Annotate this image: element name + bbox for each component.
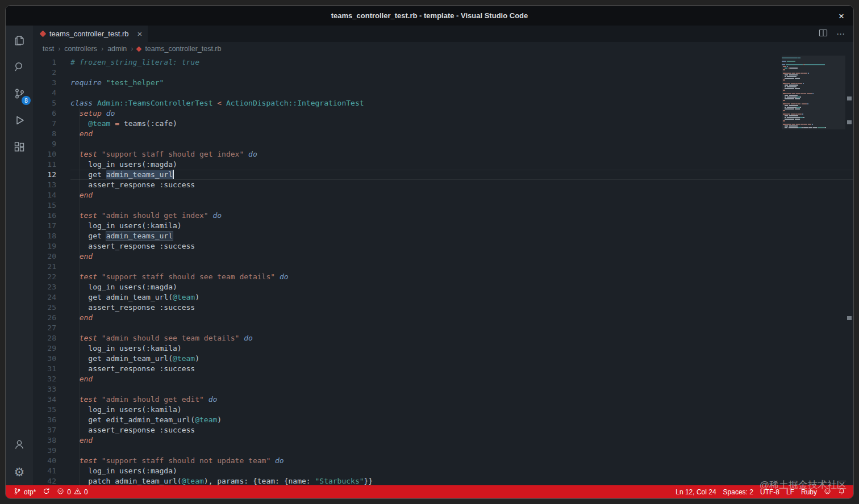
code-line[interactable]: class Admin::TeamsControllerTest < Actio…: [70, 98, 853, 108]
window-close-button[interactable]: ×: [839, 11, 844, 20]
branch-indicator[interactable]: otp*: [10, 485, 39, 498]
breadcrumb-item[interactable]: teams_controller_test.rb: [145, 45, 221, 53]
breadcrumb-item[interactable]: admin: [107, 45, 127, 53]
line-number[interactable]: 35: [33, 405, 56, 415]
sidebar-item-search[interactable]: [6, 54, 33, 81]
line-number[interactable]: 24: [33, 292, 56, 303]
problems-indicator[interactable]: 0 0: [53, 485, 91, 498]
code-line[interactable]: log_in users(:kamila): [70, 343, 853, 354]
code-line[interactable]: assert_response :success: [70, 180, 853, 190]
cursor-position[interactable]: Ln 12, Col 24: [672, 485, 719, 498]
code-line[interactable]: [70, 88, 853, 98]
code-line[interactable]: log_in users(:magda): [70, 159, 853, 170]
line-number[interactable]: 13: [33, 180, 56, 190]
line-number[interactable]: 7: [33, 119, 56, 129]
sidebar-item-run-debug[interactable]: [6, 108, 33, 135]
line-number[interactable]: 28: [33, 333, 56, 343]
code-line[interactable]: [70, 262, 853, 272]
sidebar-item-explorer[interactable]: [6, 28, 33, 54]
line-number[interactable]: 18: [33, 231, 56, 241]
code-line[interactable]: test "admin should see team details" do: [70, 333, 853, 343]
code-area[interactable]: # frozen_string_literal: truerequire "te…: [70, 56, 853, 485]
code-line[interactable]: @team = teams(:cafe): [70, 119, 853, 129]
more-actions-icon[interactable]: ⋯: [836, 29, 845, 39]
tab-close-icon[interactable]: ×: [137, 30, 142, 38]
line-number[interactable]: 17: [33, 221, 56, 231]
line-number[interactable]: 5: [33, 98, 56, 108]
code-line[interactable]: log_in users(:magda): [70, 466, 853, 476]
line-number[interactable]: 19: [33, 241, 56, 251]
code-line[interactable]: [70, 200, 853, 211]
line-number[interactable]: 9: [33, 139, 56, 149]
sidebar-item-accounts[interactable]: [6, 432, 33, 459]
line-number[interactable]: 11: [33, 159, 56, 170]
code-line[interactable]: get admin_team_url(@team): [70, 354, 853, 364]
sidebar-item-settings[interactable]: ⚙: [6, 459, 33, 485]
line-number[interactable]: 12: [33, 170, 56, 180]
line-number[interactable]: 3: [33, 78, 56, 88]
code-line[interactable]: assert_response :success: [70, 364, 853, 374]
sidebar-item-extensions[interactable]: [6, 135, 33, 161]
code-line[interactable]: [70, 384, 853, 394]
code-line[interactable]: setup do: [70, 108, 853, 119]
code-line[interactable]: end: [70, 435, 853, 446]
line-number[interactable]: 27: [33, 323, 56, 333]
line-number[interactable]: 31: [33, 364, 56, 374]
line-number[interactable]: 30: [33, 354, 56, 364]
code-line[interactable]: log_in users(:kamila): [70, 221, 853, 231]
line-number[interactable]: 2: [33, 68, 56, 78]
line-number[interactable]: 16: [33, 211, 56, 221]
line-number[interactable]: 39: [33, 446, 56, 456]
code-line[interactable]: get admin_teams_url: [70, 170, 853, 180]
line-number[interactable]: 29: [33, 343, 56, 354]
code-line[interactable]: [70, 323, 853, 333]
breadcrumb-item[interactable]: test: [43, 45, 54, 53]
indentation-setting[interactable]: Spaces: 2: [720, 485, 757, 498]
line-number[interactable]: 38: [33, 435, 56, 446]
code-line[interactable]: [70, 68, 853, 78]
line-number[interactable]: 21: [33, 262, 56, 272]
line-number[interactable]: 26: [33, 313, 56, 323]
breadcrumb-item[interactable]: controllers: [64, 45, 97, 53]
code-line[interactable]: get admin_teams_url: [70, 231, 853, 241]
line-number[interactable]: 14: [33, 190, 56, 200]
line-number[interactable]: 23: [33, 282, 56, 292]
line-number[interactable]: 4: [33, 88, 56, 98]
line-number[interactable]: 8: [33, 129, 56, 139]
code-line[interactable]: end: [70, 374, 853, 384]
code-line[interactable]: end: [70, 251, 853, 262]
line-number[interactable]: 20: [33, 251, 56, 262]
sync-button[interactable]: [39, 485, 53, 498]
eol-setting[interactable]: LF: [783, 485, 798, 498]
code-line[interactable]: log_in users(:kamila): [70, 405, 853, 415]
line-number[interactable]: 40: [33, 456, 56, 466]
sidebar-item-source-control[interactable]: 8: [6, 81, 33, 108]
split-editor-icon[interactable]: [819, 28, 828, 40]
language-mode[interactable]: Ruby: [798, 485, 820, 498]
code-line[interactable]: require "test_helper": [70, 78, 853, 88]
line-number[interactable]: 41: [33, 466, 56, 476]
feedback-button[interactable]: [820, 485, 835, 498]
code-line[interactable]: log_in users(:magda): [70, 282, 853, 292]
encoding-setting[interactable]: UTF-8: [757, 485, 783, 498]
notifications-button[interactable]: [835, 485, 849, 498]
line-number[interactable]: 36: [33, 415, 56, 425]
code-line[interactable]: test "admin should get index" do: [70, 211, 853, 221]
code-line[interactable]: test "support staff should not update te…: [70, 456, 853, 466]
code-line[interactable]: test "admin should get edit" do: [70, 394, 853, 405]
code-line[interactable]: get edit_admin_team_url(@team): [70, 415, 853, 425]
code-line[interactable]: assert_response :success: [70, 241, 853, 251]
minimap[interactable]: [782, 56, 845, 485]
code-line[interactable]: # frozen_string_literal: true: [70, 57, 853, 68]
line-number[interactable]: 15: [33, 200, 56, 211]
line-number[interactable]: 32: [33, 374, 56, 384]
line-number[interactable]: 22: [33, 272, 56, 282]
code-line[interactable]: end: [70, 313, 853, 323]
line-number[interactable]: 37: [33, 425, 56, 435]
line-number[interactable]: 42: [33, 476, 56, 486]
overview-ruler[interactable]: [845, 56, 853, 485]
code-line[interactable]: assert_response :success: [70, 303, 853, 313]
code-line[interactable]: end: [70, 129, 853, 139]
line-number[interactable]: 25: [33, 303, 56, 313]
tab-teams-controller-test[interactable]: teams_controller_test.rb ×: [33, 26, 148, 42]
